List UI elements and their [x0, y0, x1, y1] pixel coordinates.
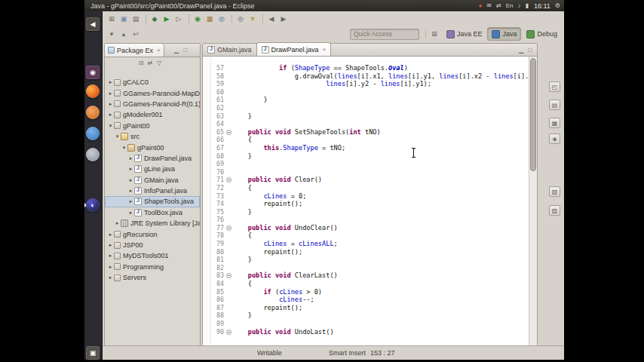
perspective-java-ee[interactable]: Java EE: [443, 28, 486, 40]
fold-marker-icon[interactable]: [225, 328, 232, 336]
tree-expander-icon[interactable]: ▸: [127, 210, 134, 216]
tree-item-gpaint00[interactable]: ▾gPaint00: [105, 121, 200, 131]
code-line[interactable]: 82: [211, 264, 529, 272]
code-line[interactable]: 77 public void UndoClear(): [211, 224, 529, 232]
mark-occurrences-icon[interactable]: ▼: [247, 14, 258, 24]
code-line[interactable]: 70: [211, 168, 529, 176]
tree-expander-icon[interactable]: ▸: [127, 166, 134, 172]
package-explorer-tab[interactable]: Package Ex ×: [105, 44, 164, 57]
tasks-view-icon[interactable]: ▦: [549, 118, 560, 128]
tree-expander-icon[interactable]: ▸: [127, 177, 134, 183]
maximize-icon[interactable]: □: [181, 46, 190, 55]
code-line[interactable]: 89: [211, 320, 529, 328]
declaration-view-icon[interactable]: ▨: [549, 205, 560, 216]
code-line[interactable]: 74 repaint();: [211, 200, 529, 208]
tree-item-src[interactable]: ▾src: [105, 131, 200, 142]
line-number[interactable]: 70: [211, 168, 225, 176]
line-number[interactable]: 61: [211, 96, 225, 104]
line-number[interactable]: 68: [211, 152, 225, 161]
line-number[interactable]: 84: [211, 280, 225, 288]
line-number[interactable]: 80: [211, 248, 225, 256]
tree-expander-icon[interactable]: ▸: [127, 155, 134, 161]
problems-view-icon[interactable]: ◈: [549, 133, 560, 144]
code-line[interactable]: 86 cLines--;: [211, 296, 529, 304]
line-number[interactable]: 69: [211, 160, 225, 168]
code-line[interactable]: 67 this.ShapeType = tNO;: [211, 144, 529, 152]
fold-marker-icon[interactable]: [225, 128, 232, 137]
line-number[interactable]: 72: [211, 184, 225, 192]
tree-expander-icon[interactable]: ▾: [121, 145, 127, 151]
tree-expander-icon[interactable]: ▸: [107, 90, 114, 97]
line-number[interactable]: 83: [211, 272, 225, 280]
line-number[interactable]: 81: [211, 256, 225, 264]
code-line[interactable]: 62: [211, 104, 529, 112]
line-number[interactable]: 60: [211, 88, 225, 97]
tree-expander-icon[interactable]: ▾: [114, 133, 121, 140]
line-number[interactable]: 87: [211, 304, 225, 312]
line-number[interactable]: 66: [211, 136, 225, 144]
tree-item-servers[interactable]: ▸Servers: [105, 272, 200, 283]
link-editor-icon[interactable]: ⇄: [146, 58, 155, 67]
battery-indicator-icon[interactable]: ▮: [526, 2, 529, 9]
annotation-ruler[interactable]: [203, 57, 211, 345]
line-number[interactable]: 65: [211, 128, 225, 137]
open-perspective-icon[interactable]: ⊞: [429, 29, 440, 39]
tree-expander-icon[interactable]: ▸: [127, 188, 134, 194]
tree-expander-icon[interactable]: ▸: [107, 101, 114, 107]
tree-item-toolbox-java[interactable]: ▸ToolBox.java: [105, 207, 200, 218]
fold-marker-icon[interactable]: [225, 272, 232, 280]
collapse-all-icon[interactable]: ⊟: [136, 58, 146, 67]
code-line[interactable]: 59 lines[i].y2 - lines[i].y1);: [211, 80, 529, 88]
line-number[interactable]: 89: [211, 320, 225, 328]
chat-icon[interactable]: [86, 127, 100, 140]
close-icon[interactable]: ×: [323, 46, 327, 53]
tree-item-jre-system-library-java[interactable]: ▸JRE System Library [Java: [105, 218, 200, 229]
tree-item-gmain-java[interactable]: ▸GMain.java: [105, 175, 200, 186]
code-line[interactable]: 72 {: [211, 184, 529, 192]
code-lines[interactable]: 57 if (ShapeType == ShapeTools.Oval)58 g…: [211, 57, 529, 345]
prev-annotation-icon[interactable]: ▴: [118, 29, 129, 39]
editor-tab-gmain[interactable]: GMain.java: [203, 44, 256, 56]
code-line[interactable]: 85 if (cLines > 0): [211, 288, 529, 296]
code-line[interactable]: 87 repaint();: [211, 304, 529, 312]
line-number[interactable]: 63: [211, 112, 225, 121]
code-line[interactable]: 65 public void SetShapeTools(int tNO): [211, 128, 529, 137]
line-number[interactable]: 90: [211, 328, 225, 336]
code-line[interactable]: 58 g.drawOval(lines[i].x1, lines[i].y1, …: [211, 72, 529, 81]
line-number[interactable]: 82: [211, 264, 225, 272]
search-icon[interactable]: ◎: [235, 14, 246, 24]
tree-item-ggames-paranoid-mapd[interactable]: ▸GGames-Paranoid-MapD: [105, 87, 200, 98]
code-line[interactable]: 57 if (ShapeType == ShapeTools.Oval): [211, 64, 529, 72]
tree-item-gmodeler001[interactable]: ▸gModeler001: [105, 109, 200, 120]
editor-content[interactable]: 57 if (ShapeType == ShapeTools.Oval)58 g…: [202, 56, 538, 346]
code-line[interactable]: 81 }: [211, 256, 529, 264]
forward-icon[interactable]: ▶: [278, 14, 289, 24]
clock[interactable]: 16:11: [534, 2, 550, 10]
tree-item-grecursion[interactable]: ▸gRecursion: [105, 229, 200, 239]
tree-item-mydstools001[interactable]: ▸MyDSTools001: [105, 250, 200, 261]
line-number[interactable]: 79: [211, 240, 225, 248]
code-line[interactable]: 80 repaint();: [211, 248, 529, 256]
outline-view-icon[interactable]: ▤: [549, 100, 560, 110]
tree-expander-icon[interactable]: ▸: [107, 275, 114, 281]
sound-indicator-icon[interactable]: ♪: [518, 2, 521, 9]
close-icon[interactable]: ×: [157, 47, 161, 54]
code-line[interactable]: 69: [211, 160, 529, 168]
back-icon[interactable]: ◀: [266, 14, 277, 24]
open-type-icon[interactable]: ◎: [216, 14, 227, 24]
line-number[interactable]: 58: [211, 72, 225, 81]
last-edit-location-icon[interactable]: ↩: [130, 29, 141, 39]
tree-expander-icon[interactable]: ▸: [114, 220, 121, 226]
mail-indicator-icon[interactable]: ✉: [486, 2, 492, 9]
run-icon[interactable]: ▶: [161, 14, 172, 24]
code-line[interactable]: 88 }: [211, 311, 529, 320]
code-line[interactable]: 60: [211, 88, 529, 97]
dash-home-icon[interactable]: ◉: [86, 66, 100, 79]
tree-item-jsp00[interactable]: ▸JSP00: [105, 240, 200, 250]
javadoc-view-icon[interactable]: ▧: [549, 186, 560, 197]
line-number[interactable]: 85: [211, 288, 225, 296]
tree-item-ggames-paranoid-r-0-1[interactable]: ▸GGames-Paranoid-R(0.1): [105, 99, 200, 109]
perspective-java[interactable]: Java: [487, 27, 521, 41]
keyboard-layout-indicator[interactable]: En: [506, 2, 514, 9]
firefox-icon[interactable]: [86, 84, 100, 98]
